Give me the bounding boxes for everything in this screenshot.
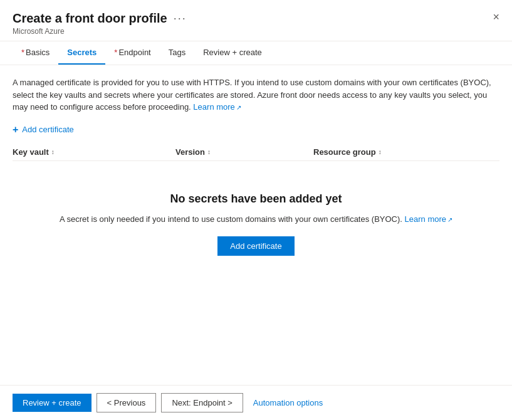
tab-tags[interactable]: Tags <box>160 41 194 65</box>
col-resource-group[interactable]: Resource group ↕ <box>313 147 499 157</box>
empty-state: No secrets have been added yet A secret … <box>13 161 499 275</box>
dialog-ellipsis[interactable]: ··· <box>174 12 187 25</box>
endpoint-required-star: * <box>114 48 117 57</box>
automation-options-link[interactable]: Automation options <box>248 394 328 412</box>
dialog-subtitle: Microsoft Azure <box>13 27 499 36</box>
create-front-door-dialog: Create a front door profile ··· Microsof… <box>0 0 512 420</box>
empty-state-title: No secrets have been added yet <box>170 192 342 206</box>
table-header: Key vault ↕ Version ↕ Resource group ↕ <box>13 144 499 161</box>
add-certificate-button-top[interactable]: + Add certificate <box>13 125 74 135</box>
learn-more-link-icon-bottom: ↗ <box>447 216 452 223</box>
tab-secrets[interactable]: Secrets <box>58 41 105 65</box>
close-button[interactable]: × <box>490 9 502 25</box>
info-text-block: A managed certificate is provided for yo… <box>13 76 499 113</box>
previous-button[interactable]: < Previous <box>97 393 157 412</box>
dialog-title-row: Create a front door profile ··· <box>13 11 499 26</box>
review-create-button[interactable]: Review + create <box>13 394 91 412</box>
info-text-content: A managed certificate is provided for yo… <box>13 78 491 112</box>
main-content: A managed certificate is provided for yo… <box>0 65 512 385</box>
sort-icon-resource-group: ↕ <box>379 149 382 155</box>
learn-more-link-bottom[interactable]: Learn more↗ <box>405 214 452 224</box>
next-endpoint-button[interactable]: Next: Endpoint > <box>161 393 243 412</box>
dialog-footer: Review + create < Previous Next: Endpoin… <box>0 385 512 420</box>
basics-required-star: * <box>21 48 24 57</box>
add-icon: + <box>13 125 18 135</box>
col-version[interactable]: Version ↕ <box>175 147 313 157</box>
col-key-vault[interactable]: Key vault ↕ <box>13 147 175 157</box>
sort-icon-key-vault: ↕ <box>51 149 55 155</box>
add-certificate-button-primary[interactable]: Add certificate <box>217 236 294 256</box>
add-certificate-label-top: Add certificate <box>22 125 73 134</box>
tab-endpoint[interactable]: *Endpoint <box>105 41 159 65</box>
tab-bar: *Basics Secrets *Endpoint Tags Review + … <box>0 41 512 65</box>
empty-state-description: A secret is only needed if you intend to… <box>60 214 452 224</box>
dialog-header: Create a front door profile ··· Microsof… <box>0 0 512 41</box>
learn-more-link-icon-top: ↗ <box>236 103 241 112</box>
dialog-title-text: Create a front door profile <box>13 11 167 26</box>
tab-basics[interactable]: *Basics <box>13 41 58 65</box>
learn-more-link-top[interactable]: Learn more↗ <box>193 102 241 112</box>
tab-review-create[interactable]: Review + create <box>194 41 271 65</box>
sort-icon-version: ↕ <box>207 149 211 155</box>
